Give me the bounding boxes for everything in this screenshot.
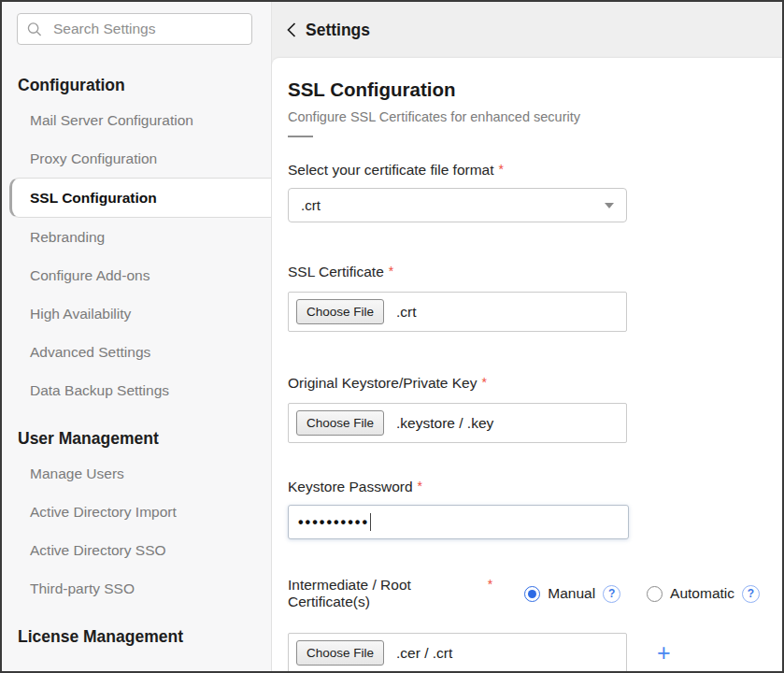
settings-window: Configuration Mail Server Configuration …: [0, 0, 784, 673]
certificate-format-select[interactable]: .crt: [288, 188, 627, 222]
required-mark: *: [418, 479, 422, 494]
sidebar-item-ssl-configuration[interactable]: SSL Configuration: [9, 178, 271, 218]
sidebar-item-active-directory-import[interactable]: Active Directory Import: [2, 493, 271, 531]
manual-help-icon[interactable]: ?: [603, 585, 620, 603]
required-mark: *: [481, 375, 486, 390]
sidebar-item-rebranding[interactable]: Rebranding: [2, 218, 271, 256]
field-ssl-certificate: SSL Certificate * Choose File .crt: [288, 264, 760, 332]
field-keystore-password: Keystore Password * ••••••••••: [288, 479, 760, 539]
keystore-file-hint: .keystore / .key: [396, 415, 493, 432]
certificate-format-label: Select your certificate file format: [288, 162, 494, 179]
field-keystore: Original Keystore/Private Key * Choose F…: [288, 375, 760, 443]
search-box[interactable]: [17, 13, 252, 45]
intermediate-certificates-row: Choose File .cer / .crt +: [288, 610, 760, 673]
intermediate-certificates-label: Intermediate / Root Certificate(s): [288, 577, 483, 610]
ssl-certificate-filebox: Choose File .crt: [288, 292, 627, 332]
sidebar-item-data-backup-settings[interactable]: Data Backup Settings: [2, 371, 271, 409]
sidebar-item-advanced-settings[interactable]: Advanced Settings: [2, 333, 271, 371]
automatic-radio-label[interactable]: Automatic: [670, 585, 734, 602]
manual-radio[interactable]: [524, 586, 540, 602]
sidebar-item-high-availability[interactable]: High Availability: [2, 294, 271, 333]
sidebar-section-license-management: License Management: [18, 627, 271, 647]
sidebar-item-configure-add-ons[interactable]: Configure Add-ons: [2, 256, 271, 294]
automatic-radio[interactable]: [647, 586, 663, 602]
manual-radio-label[interactable]: Manual: [548, 585, 595, 602]
radio-option-automatic[interactable]: Automatic ?: [647, 585, 760, 603]
radio-option-manual[interactable]: Manual ?: [524, 585, 620, 603]
back-label: Settings: [306, 21, 370, 40]
required-mark: *: [488, 577, 492, 592]
certificate-format-value: .crt: [301, 197, 321, 213]
ssl-configuration-panel: SSL Configuration Configure SSL Certific…: [272, 58, 782, 673]
ssl-certificate-label: SSL Certificate: [288, 264, 384, 280]
search-input[interactable]: [51, 20, 242, 38]
add-certificate-icon[interactable]: +: [657, 641, 671, 665]
sidebar-item-active-directory-sso[interactable]: Active Directory SSO: [2, 531, 271, 569]
required-mark: *: [499, 162, 504, 177]
page-subtitle: Configure SSL Certificates for enhanced …: [288, 109, 760, 124]
sidebar-item-proxy-configuration[interactable]: Proxy Configuration: [2, 139, 271, 178]
sidebar-section-user-management: User Management: [18, 429, 271, 449]
search-icon: [27, 21, 42, 37]
back-to-settings[interactable]: Settings: [272, 2, 782, 58]
field-certificate-format: Select your certificate file format * .c…: [288, 162, 760, 222]
sidebar: Configuration Mail Server Configuration …: [2, 2, 272, 671]
automatic-help-icon[interactable]: ?: [742, 585, 760, 603]
intermediate-choose-file-button[interactable]: Choose File: [296, 640, 384, 666]
field-intermediate-certificates: Intermediate / Root Certificate(s) * Man…: [288, 577, 760, 610]
subtitle-divider: [288, 136, 313, 137]
sidebar-section-configuration: Configuration: [18, 76, 271, 95]
intermediate-file-hint: .cer / .crt: [396, 645, 452, 662]
chevron-left-icon: [286, 21, 297, 38]
main-area: Settings SSL Configuration Configure SSL…: [272, 2, 782, 671]
keystore-label: Original Keystore/Private Key: [288, 375, 477, 392]
sidebar-item-manage-users[interactable]: Manage Users: [2, 454, 271, 493]
keystore-filebox: Choose File .keystore / .key: [288, 403, 627, 443]
keystore-password-input[interactable]: ••••••••••: [288, 505, 629, 539]
required-mark: *: [389, 264, 393, 279]
password-masked-value: ••••••••••: [298, 514, 369, 531]
chevron-down-icon: [605, 203, 614, 208]
sidebar-item-third-party-sso[interactable]: Third-party SSO: [2, 569, 271, 608]
ssl-certificate-choose-file-button[interactable]: Choose File: [296, 299, 384, 324]
intermediate-certificates-filebox: Choose File .cer / .crt: [288, 633, 627, 673]
keystore-choose-file-button[interactable]: Choose File: [296, 410, 384, 436]
ssl-certificate-file-hint: .crt: [396, 304, 417, 321]
text-cursor: [370, 513, 371, 531]
page-title: SSL Configuration: [288, 79, 760, 101]
keystore-password-label: Keystore Password: [288, 479, 413, 495]
sidebar-item-mail-server-configuration[interactable]: Mail Server Configuration: [2, 101, 271, 139]
